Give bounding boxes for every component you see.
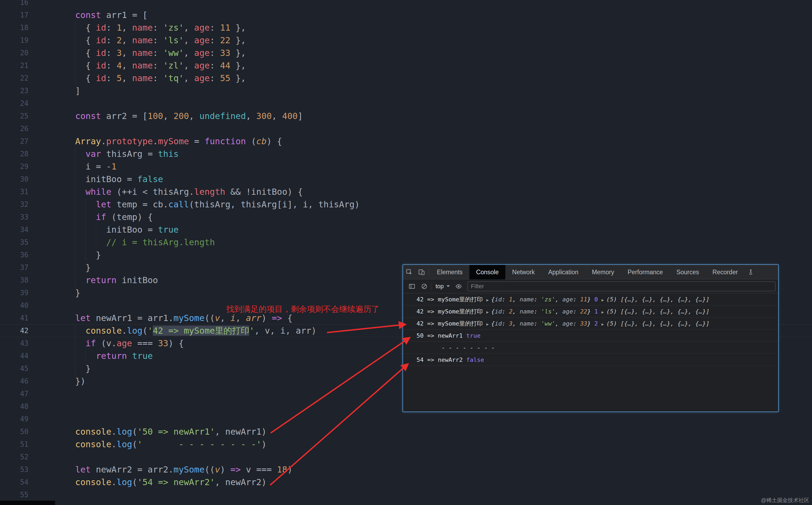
indent-guide — [75, 262, 75, 274]
tab-console[interactable]: Console — [469, 265, 505, 279]
code-line[interactable]: 35 // i = thisArg.length — [0, 236, 812, 249]
code-line[interactable]: 54console.log('54 => newArr2', newArr2) — [0, 476, 812, 489]
code-line[interactable]: 16 — [0, 0, 812, 9]
code-line[interactable]: 51console.log(' - - - - - - - -') — [0, 438, 812, 451]
annotation-text: 找到满足的项目，剩余项则不会继续遍历了 — [226, 304, 379, 315]
indent-guide — [75, 249, 75, 262]
disclosure-triangle-icon[interactable]: ▶ — [486, 298, 491, 303]
tab-network[interactable]: Network — [505, 265, 541, 279]
line-number: 47 — [0, 388, 28, 400]
console-log-row[interactable]: 42 => mySome里的打印 ▶ {id: 3, name: 'ww', a… — [403, 318, 778, 330]
code-line[interactable]: 53let newArr2 = arr2.mySome((v) => v ===… — [0, 463, 812, 476]
line-number: 19 — [0, 34, 28, 47]
line-number: 51 — [0, 438, 28, 451]
line-number: 20 — [0, 47, 28, 59]
code-line[interactable]: 19 { id: 2, name: 'ls', age: 22 }, — [0, 34, 812, 47]
devtools-panel: ElementsConsoleNetworkApplicationMemoryP… — [403, 264, 779, 412]
recorder-experiment-button[interactable] — [745, 265, 757, 279]
tab-sources[interactable]: Sources — [670, 265, 706, 279]
console-log-row[interactable]: 54 => newArr2 false — [403, 354, 778, 366]
line-number: 26 — [0, 123, 28, 135]
disclosure-triangle-icon[interactable]: ▶ — [601, 298, 606, 303]
line-number: 34 — [0, 223, 28, 236]
line-number: 50 — [0, 426, 28, 438]
code-line[interactable]: 52 — [0, 451, 812, 463]
code-line[interactable]: 33 if (temp) { — [0, 211, 812, 223]
console-sidebar-toggle-button[interactable] — [406, 279, 418, 294]
line-number: 31 — [0, 186, 28, 198]
console-log-row[interactable]: 50 => newArr1 true — [403, 330, 778, 342]
code-line[interactable]: 31 while (++i < thisArg.length && !initB… — [0, 186, 812, 198]
code-line[interactable]: 24 — [0, 97, 812, 110]
code-line[interactable]: 22 { id: 5, name: 'tq', age: 55 }, — [0, 72, 812, 85]
code-line[interactable]: 36 } — [0, 249, 812, 262]
line-number: 17 — [0, 9, 28, 21]
disclosure-triangle-icon[interactable]: ▶ — [601, 310, 606, 315]
line-number: 43 — [0, 337, 28, 350]
indent-guide — [96, 223, 96, 236]
line-number: 32 — [0, 198, 28, 211]
code-line[interactable]: 20 { id: 3, name: 'ww', age: 33 }, — [0, 47, 812, 59]
live-expression-button[interactable] — [452, 279, 465, 294]
code-line[interactable]: 23] — [0, 85, 812, 97]
indent-guide — [75, 337, 75, 350]
code-line[interactable]: 55 — [0, 489, 812, 501]
code-line[interactable]: 34 initBoo = true — [0, 223, 812, 236]
line-number: 35 — [0, 236, 28, 249]
console-log-row[interactable]: - - - - - - - - — [403, 342, 778, 354]
line-number: 42 — [0, 325, 28, 337]
code-line[interactable]: 30 initBoo = false — [0, 173, 812, 186]
devtools-tabbar: ElementsConsoleNetworkApplicationMemoryP… — [403, 265, 778, 279]
code-line[interactable]: 25const arr2 = [100, 200, undefined, 300… — [0, 110, 812, 123]
code-line[interactable]: 21 { id: 4, name: 'zl', age: 44 }, — [0, 59, 812, 72]
code-line[interactable]: 27Array.prototype.mySome = function (cb)… — [0, 135, 812, 148]
disclosure-triangle-icon[interactable]: ▶ — [486, 310, 491, 315]
console-messages: 42 => mySome里的打印 ▶ {id: 1, name: 'zs', a… — [403, 293, 778, 411]
line-number: 40 — [0, 299, 28, 312]
indent-guide — [75, 223, 75, 236]
code-line[interactable]: 49 — [0, 413, 812, 426]
device-toolbar-button[interactable] — [415, 265, 428, 279]
devtools-tabs: ElementsConsoleNetworkApplicationMemoryP… — [430, 265, 745, 279]
line-number: 45 — [0, 362, 28, 375]
flask-icon — [748, 269, 754, 275]
indent-guide — [75, 236, 75, 249]
code-line[interactable]: 28 var thisArg = this — [0, 148, 812, 160]
line-number: 54 — [0, 476, 28, 489]
code-line[interactable]: 32 let temp = cb.call(thisArg, thisArg[i… — [0, 198, 812, 211]
code-line[interactable]: 29 i = -1 — [0, 160, 812, 173]
line-number: 33 — [0, 211, 28, 223]
disclosure-triangle-icon[interactable]: ▶ — [601, 322, 606, 327]
indent-guide — [75, 350, 75, 362]
code-editor: 1617const arr1 = [18 { id: 1, name: 'zs'… — [0, 0, 812, 505]
clear-console-button[interactable] — [418, 279, 430, 294]
toolbar-separator — [429, 268, 429, 276]
indent-guide — [75, 362, 75, 375]
line-number: 55 — [0, 489, 28, 501]
chevron-down-icon — [446, 285, 450, 287]
console-filter-input[interactable] — [467, 282, 776, 291]
inspect-element-button[interactable] — [403, 265, 415, 279]
tab-application[interactable]: Application — [542, 265, 585, 279]
code-lines: 1617const arr1 = [18 { id: 1, name: 'zs'… — [0, 0, 812, 501]
tab-elements[interactable]: Elements — [430, 265, 469, 279]
line-number: 30 — [0, 173, 28, 186]
code-line[interactable]: 26 — [0, 123, 812, 135]
line-number: 39 — [0, 287, 28, 299]
console-log-row[interactable]: 42 => mySome里的打印 ▶ {id: 1, name: 'zs', a… — [403, 293, 778, 305]
console-log-row[interactable]: 42 => mySome里的打印 ▶ {id: 2, name: 'ls', a… — [403, 305, 778, 318]
indent-guide — [75, 21, 75, 34]
javascript-context-selector[interactable]: top — [433, 283, 452, 290]
code-line[interactable]: 18 { id: 1, name: 'zs', age: 11 }, — [0, 21, 812, 34]
indent-guide — [75, 72, 75, 85]
disclosure-triangle-icon[interactable]: ▶ — [486, 322, 491, 327]
code-line[interactable]: 50console.log('50 => newArr1', newArr1) — [0, 426, 812, 438]
code-line[interactable]: 17const arr1 = [ — [0, 9, 812, 21]
tab-recorder[interactable]: Recorder — [706, 265, 745, 279]
line-number: 28 — [0, 148, 28, 160]
tab-memory[interactable]: Memory — [585, 265, 621, 279]
line-number: 37 — [0, 262, 28, 274]
line-number: 49 — [0, 413, 28, 426]
clear-console-icon — [421, 283, 428, 290]
tab-performance[interactable]: Performance — [621, 265, 670, 279]
